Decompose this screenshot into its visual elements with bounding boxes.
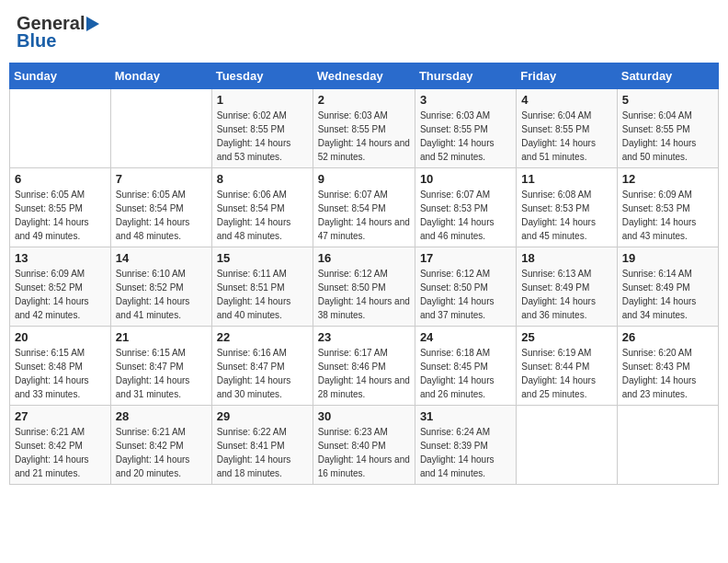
week-row-2: 6Sunrise: 6:05 AMSunset: 8:55 PMDaylight… bbox=[10, 168, 719, 247]
calendar-cell: 14Sunrise: 6:10 AMSunset: 8:52 PMDayligh… bbox=[110, 247, 211, 327]
calendar-cell: 21Sunrise: 6:15 AMSunset: 8:47 PMDayligh… bbox=[110, 327, 211, 406]
calendar-cell: 13Sunrise: 6:09 AMSunset: 8:52 PMDayligh… bbox=[10, 247, 111, 327]
logo-blue: Blue bbox=[17, 30, 56, 52]
week-row-5: 27Sunrise: 6:21 AMSunset: 8:42 PMDayligh… bbox=[10, 406, 719, 485]
calendar-cell: 29Sunrise: 6:22 AMSunset: 8:41 PMDayligh… bbox=[211, 406, 313, 485]
calendar-cell: 15Sunrise: 6:11 AMSunset: 8:51 PMDayligh… bbox=[211, 247, 313, 327]
day-number: 6 bbox=[15, 172, 106, 186]
day-number: 2 bbox=[318, 93, 410, 107]
day-number: 5 bbox=[622, 93, 713, 107]
day-detail: Sunrise: 6:12 AMSunset: 8:50 PMDaylight:… bbox=[318, 267, 410, 322]
day-detail: Sunrise: 6:03 AMSunset: 8:55 PMDaylight:… bbox=[420, 109, 511, 164]
week-row-3: 13Sunrise: 6:09 AMSunset: 8:52 PMDayligh… bbox=[10, 247, 719, 327]
calendar-cell bbox=[110, 89, 211, 168]
day-detail: Sunrise: 6:24 AMSunset: 8:39 PMDaylight:… bbox=[420, 425, 511, 480]
day-detail: Sunrise: 6:03 AMSunset: 8:55 PMDaylight:… bbox=[318, 109, 410, 164]
calendar-cell: 31Sunrise: 6:24 AMSunset: 8:39 PMDayligh… bbox=[415, 406, 516, 485]
day-number: 13 bbox=[15, 251, 106, 265]
day-detail: Sunrise: 6:05 AMSunset: 8:55 PMDaylight:… bbox=[15, 188, 106, 243]
day-number: 21 bbox=[116, 330, 207, 344]
day-number: 31 bbox=[420, 409, 511, 423]
day-detail: Sunrise: 6:06 AMSunset: 8:54 PMDaylight:… bbox=[217, 188, 308, 243]
day-detail: Sunrise: 6:15 AMSunset: 8:47 PMDaylight:… bbox=[116, 346, 207, 401]
calendar-table: SundayMondayTuesdayWednesdayThursdayFrid… bbox=[9, 63, 719, 485]
day-number: 28 bbox=[116, 409, 207, 423]
calendar-cell: 6Sunrise: 6:05 AMSunset: 8:55 PMDaylight… bbox=[10, 168, 111, 247]
day-detail: Sunrise: 6:09 AMSunset: 8:52 PMDaylight:… bbox=[15, 267, 106, 322]
day-detail: Sunrise: 6:04 AMSunset: 8:55 PMDaylight:… bbox=[521, 109, 611, 164]
weekday-header-friday: Friday bbox=[517, 63, 617, 89]
week-row-1: 1Sunrise: 6:02 AMSunset: 8:55 PMDaylight… bbox=[10, 89, 719, 168]
day-detail: Sunrise: 6:09 AMSunset: 8:53 PMDaylight:… bbox=[622, 188, 713, 243]
weekday-header-row: SundayMondayTuesdayWednesdayThursdayFrid… bbox=[10, 63, 719, 89]
day-number: 27 bbox=[15, 409, 106, 423]
day-number: 12 bbox=[622, 172, 713, 186]
weekday-header-thursday: Thursday bbox=[415, 63, 516, 89]
calendar-cell: 3Sunrise: 6:03 AMSunset: 8:55 PMDaylight… bbox=[415, 89, 516, 168]
day-detail: Sunrise: 6:14 AMSunset: 8:49 PMDaylight:… bbox=[622, 267, 713, 322]
day-detail: Sunrise: 6:11 AMSunset: 8:51 PMDaylight:… bbox=[217, 267, 308, 322]
logo: General Blue bbox=[17, 13, 99, 52]
calendar-cell: 18Sunrise: 6:13 AMSunset: 8:49 PMDayligh… bbox=[517, 247, 617, 327]
calendar-cell bbox=[517, 406, 617, 485]
day-detail: Sunrise: 6:22 AMSunset: 8:41 PMDaylight:… bbox=[217, 425, 308, 480]
calendar-cell: 17Sunrise: 6:12 AMSunset: 8:50 PMDayligh… bbox=[415, 247, 516, 327]
calendar-cell: 30Sunrise: 6:23 AMSunset: 8:40 PMDayligh… bbox=[313, 406, 415, 485]
day-detail: Sunrise: 6:08 AMSunset: 8:53 PMDaylight:… bbox=[521, 188, 611, 243]
calendar-cell bbox=[10, 89, 111, 168]
day-number: 19 bbox=[622, 251, 713, 265]
calendar-cell: 28Sunrise: 6:21 AMSunset: 8:42 PMDayligh… bbox=[110, 406, 211, 485]
day-detail: Sunrise: 6:20 AMSunset: 8:43 PMDaylight:… bbox=[622, 346, 713, 401]
day-detail: Sunrise: 6:19 AMSunset: 8:44 PMDaylight:… bbox=[521, 346, 611, 401]
day-number: 1 bbox=[217, 93, 308, 107]
calendar-cell: 23Sunrise: 6:17 AMSunset: 8:46 PMDayligh… bbox=[313, 327, 415, 406]
weekday-header-monday: Monday bbox=[110, 63, 211, 89]
day-detail: Sunrise: 6:18 AMSunset: 8:45 PMDaylight:… bbox=[420, 346, 511, 401]
calendar-cell: 12Sunrise: 6:09 AMSunset: 8:53 PMDayligh… bbox=[617, 168, 718, 247]
day-detail: Sunrise: 6:16 AMSunset: 8:47 PMDaylight:… bbox=[217, 346, 308, 401]
weekday-header-tuesday: Tuesday bbox=[211, 63, 313, 89]
day-detail: Sunrise: 6:07 AMSunset: 8:53 PMDaylight:… bbox=[420, 188, 511, 243]
day-number: 23 bbox=[318, 330, 410, 344]
calendar-cell: 11Sunrise: 6:08 AMSunset: 8:53 PMDayligh… bbox=[517, 168, 617, 247]
calendar-cell bbox=[617, 406, 718, 485]
day-detail: Sunrise: 6:23 AMSunset: 8:40 PMDaylight:… bbox=[318, 425, 410, 480]
day-detail: Sunrise: 6:15 AMSunset: 8:48 PMDaylight:… bbox=[15, 346, 106, 401]
day-detail: Sunrise: 6:21 AMSunset: 8:42 PMDaylight:… bbox=[116, 425, 207, 480]
calendar-cell: 22Sunrise: 6:16 AMSunset: 8:47 PMDayligh… bbox=[211, 327, 313, 406]
week-row-4: 20Sunrise: 6:15 AMSunset: 8:48 PMDayligh… bbox=[10, 327, 719, 406]
day-detail: Sunrise: 6:02 AMSunset: 8:55 PMDaylight:… bbox=[217, 109, 308, 164]
page-header: General Blue bbox=[9, 9, 719, 55]
weekday-header-wednesday: Wednesday bbox=[313, 63, 415, 89]
day-number: 29 bbox=[217, 409, 308, 423]
day-number: 15 bbox=[217, 251, 308, 265]
day-detail: Sunrise: 6:10 AMSunset: 8:52 PMDaylight:… bbox=[116, 267, 207, 322]
day-detail: Sunrise: 6:17 AMSunset: 8:46 PMDaylight:… bbox=[318, 346, 410, 401]
calendar-cell: 5Sunrise: 6:04 AMSunset: 8:55 PMDaylight… bbox=[617, 89, 718, 168]
day-number: 11 bbox=[521, 172, 611, 186]
calendar-cell: 25Sunrise: 6:19 AMSunset: 8:44 PMDayligh… bbox=[517, 327, 617, 406]
day-number: 30 bbox=[318, 409, 410, 423]
day-number: 3 bbox=[420, 93, 511, 107]
day-number: 14 bbox=[116, 251, 207, 265]
calendar-cell: 10Sunrise: 6:07 AMSunset: 8:53 PMDayligh… bbox=[415, 168, 516, 247]
day-number: 4 bbox=[521, 93, 611, 107]
calendar-cell: 20Sunrise: 6:15 AMSunset: 8:48 PMDayligh… bbox=[10, 327, 111, 406]
day-detail: Sunrise: 6:04 AMSunset: 8:55 PMDaylight:… bbox=[622, 109, 713, 164]
calendar-cell: 8Sunrise: 6:06 AMSunset: 8:54 PMDaylight… bbox=[211, 168, 313, 247]
calendar-cell: 1Sunrise: 6:02 AMSunset: 8:55 PMDaylight… bbox=[211, 89, 313, 168]
day-number: 7 bbox=[116, 172, 207, 186]
day-number: 16 bbox=[318, 251, 410, 265]
day-detail: Sunrise: 6:07 AMSunset: 8:54 PMDaylight:… bbox=[318, 188, 410, 243]
day-number: 18 bbox=[521, 251, 611, 265]
day-detail: Sunrise: 6:13 AMSunset: 8:49 PMDaylight:… bbox=[521, 267, 611, 322]
calendar-cell: 16Sunrise: 6:12 AMSunset: 8:50 PMDayligh… bbox=[313, 247, 415, 327]
day-number: 26 bbox=[622, 330, 713, 344]
day-number: 17 bbox=[420, 251, 511, 265]
day-number: 24 bbox=[420, 330, 511, 344]
day-number: 8 bbox=[217, 172, 308, 186]
day-detail: Sunrise: 6:21 AMSunset: 8:42 PMDaylight:… bbox=[15, 425, 106, 480]
day-number: 25 bbox=[521, 330, 611, 344]
day-number: 10 bbox=[420, 172, 511, 186]
calendar-cell: 27Sunrise: 6:21 AMSunset: 8:42 PMDayligh… bbox=[10, 406, 111, 485]
